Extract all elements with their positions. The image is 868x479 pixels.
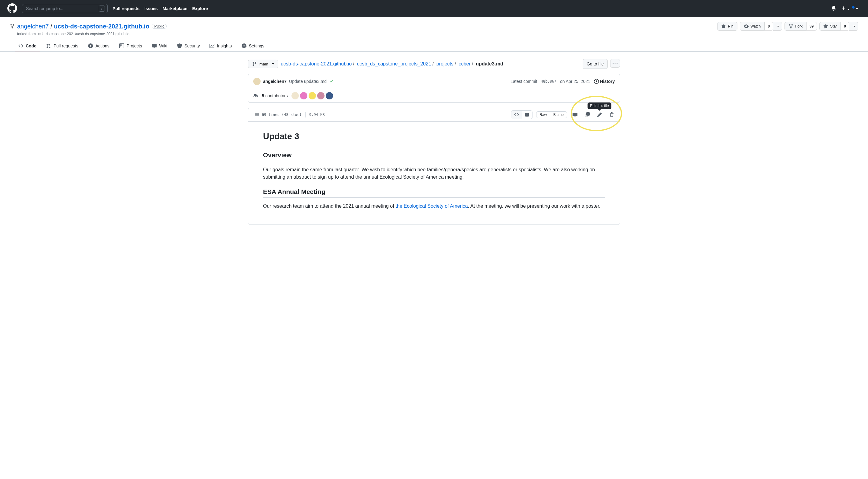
nav-marketplace[interactable]: Marketplace [163,6,187,11]
top-nav: Pull requests Issues Marketplace Explore [113,6,208,11]
fork-count[interactable]: 39 [807,22,817,31]
crumb-file: update3.md [476,61,503,66]
commit-box: angelchen7 Update update3.md Latest comm… [248,74,620,103]
user-avatar[interactable] [855,6,858,11]
edit-icon[interactable]: Edit this file [595,111,604,119]
forked-from: forked from ucsb-ds-capstone-2021/ucsb-d… [17,32,858,36]
more-button[interactable] [610,59,620,68]
raw-blame-group: Raw Blame [536,111,567,118]
crumb-l3[interactable]: ccber [459,61,471,66]
chevron-down-icon [272,63,274,64]
watch-count[interactable]: 0 [765,22,773,31]
watch-dropdown[interactable] [773,22,782,31]
contributors-text: 5 contributors [262,93,288,98]
star-dropdown[interactable] [849,22,858,31]
divider [305,112,306,117]
check-icon[interactable] [329,79,334,84]
copy-icon[interactable] [583,111,591,119]
edit-tooltip: Edit this file [588,102,611,109]
md-h2-overview: Overview [263,151,605,161]
file-size: 9.94 KB [309,113,325,117]
contributor-avatar[interactable] [326,92,333,99]
crumb-l1[interactable]: ucsb_ds_capstone_projects_2021 [357,61,431,66]
file-box: 69 lines (48 sloc) 9.94 KB Raw Blame Edi… [248,108,620,225]
pin-label: Pin [728,24,733,28]
line-count: 69 lines (48 sloc) [262,113,302,117]
visibility-label: Public [152,24,167,29]
repo-owner-link[interactable]: angelchen7 [17,23,49,30]
repo-name-link[interactable]: ucsb-ds-capstone-2021.github.io [54,23,149,30]
forked-from-link[interactable]: ucsb-ds-capstone-2021/ucsb-ds-capstone-2… [37,32,129,36]
path-sep: / [51,23,54,30]
pin-button[interactable]: Pin [717,22,737,31]
commit-message[interactable]: Update update3.md [289,79,327,84]
contributor-avatar[interactable] [309,92,316,99]
rendered-view-button[interactable] [522,111,532,119]
tab-insights[interactable]: Insights [206,41,235,51]
tab-projects[interactable]: Projects [116,41,146,51]
star-button[interactable]: Star [819,22,841,31]
tab-wiki[interactable]: Wiki [148,41,170,51]
watch-label: Watch [750,24,761,28]
md-h1: Update 3 [263,131,605,144]
markdown-body: Update 3 Overview Our goals remain the s… [248,122,620,224]
watch-group: Watch 0 [740,22,782,31]
nav-explore[interactable]: Explore [192,6,208,11]
latest-commit-label: Latest commit [510,79,537,84]
repo-nav: Code Pull requests Actions Projects Wiki… [10,41,858,51]
go-to-file-button[interactable]: Go to file [583,59,608,69]
md-h2-esa: ESA Annual Meeting [263,188,605,198]
view-toggle [511,111,532,119]
raw-button[interactable]: Raw [536,112,550,118]
commit-date: on Apr 25, 2021 [560,79,590,84]
star-label: Star [830,24,837,28]
fork-group: Fork 39 [784,22,817,31]
star-count[interactable]: 0 [841,22,849,31]
md-p-overview: Our goals remain the same from last quar… [263,166,605,181]
commit-sha[interactable]: 48b3867 [541,79,556,84]
tab-pull-requests[interactable]: Pull requests [42,41,82,51]
nav-pull-requests[interactable]: Pull requests [113,6,140,11]
plus-icon[interactable] [841,6,850,11]
search-input[interactable]: Search or jump to... / [22,4,108,13]
md-p-esa: Our research team aim to attend the 2021… [263,203,605,210]
tab-settings[interactable]: Settings [238,41,268,51]
blame-button[interactable]: Blame [550,112,567,118]
contributor-avatar[interactable] [317,92,324,99]
github-logo[interactable] [7,3,17,14]
delete-icon[interactable] [608,111,616,119]
contributor-avatars [291,92,333,99]
search-placeholder: Search or jump to... [26,6,63,11]
desktop-icon[interactable] [571,111,579,119]
source-view-button[interactable] [512,111,522,119]
branch-button[interactable]: main [248,60,278,68]
nav-issues[interactable]: Issues [144,6,158,11]
contributor-avatar[interactable] [300,92,307,99]
branch-name: main [259,62,268,66]
crumb-root[interactable]: ucsb-ds-capstone-2021.github.io [281,61,352,66]
tab-actions[interactable]: Actions [85,41,113,51]
author-avatar[interactable] [253,78,260,85]
fork-label: Fork [795,24,803,28]
contributor-avatar[interactable] [291,92,299,99]
fork-button[interactable]: Fork [784,22,807,31]
tab-security[interactable]: Security [174,41,204,51]
star-group: Star 0 [819,22,858,31]
crumb-l2[interactable]: projects [436,61,454,66]
breadcrumb: ucsb-ds-capstone-2021.github.io/ ucsb_ds… [281,61,503,67]
commit-author[interactable]: angelchen7 [263,79,286,84]
esa-link[interactable]: the Ecological Society of America [396,203,468,209]
bell-icon[interactable] [831,6,836,11]
repo-title: angelchen7 / ucsb-ds-capstone-2021.githu… [17,23,149,30]
slash-shortcut: / [99,5,105,11]
history-link[interactable]: History [594,79,615,84]
tab-code[interactable]: Code [15,41,40,51]
toc-button[interactable] [252,111,262,119]
watch-button[interactable]: Watch [740,22,765,31]
